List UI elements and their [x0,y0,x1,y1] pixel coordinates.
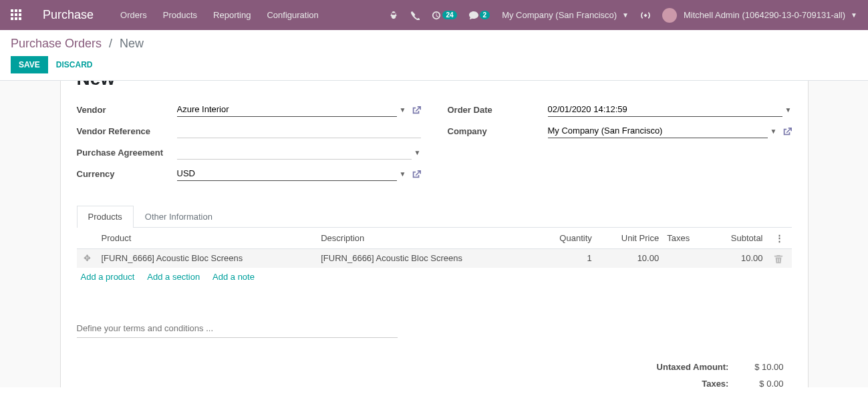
cell-subtotal: 10.00 [708,249,767,268]
brand-title: Purchase [43,8,94,22]
totals: Untaxed Amount: $ 10.00 Taxes: $ 0.00 To… [77,358,792,387]
save-button[interactable]: Save [11,56,48,73]
company-label: Company [448,126,548,136]
tabs: Products Other Information [77,206,792,228]
taxes-value: $ 0.00 [736,376,790,387]
breadcrumb-root[interactable]: Purchase Orders [11,37,102,50]
col-quantity: Quantity [537,228,596,249]
activities-badge: 24 [442,11,456,19]
drag-handle-icon[interactable]: ✥ [81,253,94,263]
company-selector-label: My Company (San Francisco) [502,10,617,20]
menu-orders[interactable]: Orders [120,10,147,20]
col-description: Description [317,228,537,249]
untaxed-label: Untaxed Amount: [650,359,736,375]
form-col-left: Vendor ▼ Vendor Reference [77,102,421,187]
order-lines-table: Product Description Quantity Unit Price … [77,228,792,286]
cell-quantity[interactable]: 1 [537,249,596,268]
chevron-down-icon: ▼ [622,11,629,19]
form-sheet: New Vendor ▼ Vendor Reference [60,81,809,387]
table-row[interactable]: ✥ [FURN_6666] Acoustic Bloc Screens [FUR… [77,249,792,268]
breadcrumb-sep: / [109,37,112,50]
menu-reporting[interactable]: Reporting [213,10,251,20]
company-field[interactable] [548,124,768,138]
activities-icon[interactable]: 24 [432,11,456,20]
chevron-down-icon[interactable]: ▼ [414,149,421,156]
delete-row-icon[interactable] [771,253,786,263]
vendor-label: Vendor [77,105,177,115]
discard-button[interactable]: Discard [56,60,93,69]
breadcrumb-current: New [120,37,144,50]
external-link-icon[interactable] [412,104,421,115]
avatar [662,8,677,23]
columns-menu-icon[interactable]: ⋮ [771,233,788,243]
tab-products[interactable]: Products [77,206,134,228]
add-product-link[interactable]: Add a product [81,272,135,282]
agreement-field[interactable] [177,145,412,160]
apps-icon[interactable] [11,9,23,21]
debug-icon[interactable] [641,11,650,20]
breadcrumb: Purchase Orders / New [11,37,857,51]
messages-badge: 2 [480,11,490,19]
vendor-ref-label: Vendor Reference [77,126,177,136]
currency-field[interactable] [177,166,397,181]
currency-label: Currency [77,169,177,179]
chevron-down-icon[interactable]: ▼ [770,128,777,135]
user-menu[interactable]: Mitchell Admin (1064290-13-0-709131-all)… [662,8,857,23]
messages-icon[interactable]: 2 [469,11,490,20]
order-date-field[interactable] [548,102,782,117]
chevron-down-icon: ▼ [851,11,857,19]
external-link-icon[interactable] [782,126,792,136]
add-section-link[interactable]: Add a section [147,272,200,282]
nav-right: 24 2 My Company (San Francisco) ▼ Mitche… [389,8,857,23]
external-link-icon[interactable] [412,168,421,179]
chevron-down-icon[interactable]: ▼ [400,106,406,114]
menu-configuration[interactable]: Configuration [267,10,318,20]
record-title: New [77,81,792,102]
content-scroll[interactable]: New Vendor ▼ Vendor Reference [0,81,868,387]
form-col-right: Order Date ▼ Company ▼ [448,102,792,187]
chevron-down-icon[interactable]: ▼ [400,170,406,178]
tab-other-information[interactable]: Other Information [134,206,224,227]
col-subtotal: Subtotal [708,228,767,249]
cell-taxes[interactable] [663,249,708,268]
col-taxes: Taxes [663,228,708,249]
action-bar: Save Discard [11,56,857,80]
chevron-down-icon[interactable]: ▼ [785,106,792,114]
company-selector[interactable]: My Company (San Francisco) ▼ [502,10,629,20]
untaxed-value: $ 10.00 [736,359,790,375]
main-menu: Orders Products Reporting Configuration [120,10,319,20]
vendor-ref-field[interactable] [177,124,421,138]
menu-products[interactable]: Products [163,10,197,20]
cell-description[interactable]: [FURN_6666] Acoustic Bloc Screens [317,249,537,268]
top-nav: Purchase Orders Products Reporting Confi… [0,0,868,30]
terms-input[interactable] [77,319,398,338]
control-panel: Purchase Orders / New Save Discard [0,30,868,81]
col-unit-price: Unit Price [596,228,663,249]
agreement-label: Purchase Agreement [77,148,177,158]
bug-icon[interactable] [389,11,398,20]
cell-unit-price[interactable]: 10.00 [596,249,663,268]
user-name: Mitchell Admin (1064290-13-0-709131-all) [684,10,845,20]
order-date-label: Order Date [448,105,548,115]
col-product: Product [98,228,317,249]
vendor-field[interactable] [177,102,397,117]
taxes-label: Taxes: [650,376,736,387]
add-note-link[interactable]: Add a note [212,272,255,282]
phone-icon[interactable] [410,11,420,20]
cell-product[interactable]: [FURN_6666] Acoustic Bloc Screens [98,249,317,268]
